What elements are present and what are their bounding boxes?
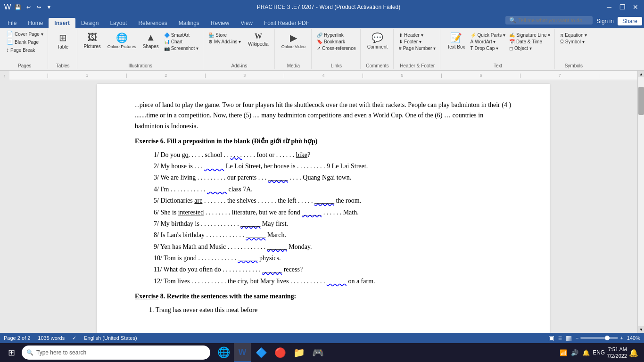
- tab-review[interactable]: Review: [205, 18, 235, 28]
- language-input-indicator[interactable]: ENG: [593, 349, 605, 356]
- save-button[interactable]: 💾: [14, 3, 22, 11]
- undo-button[interactable]: ↩: [25, 3, 32, 11]
- illustrations-group-label: Illustrations: [129, 63, 153, 68]
- hyperlink-button[interactable]: 🔗 Hyperlink: [315, 32, 357, 38]
- tab-design[interactable]: Design: [75, 18, 104, 28]
- taskbar-icon-opera[interactable]: 🔴: [272, 343, 289, 362]
- header-button[interactable]: ⬆ Header ▾: [397, 32, 437, 38]
- date-time-button[interactable]: 📅 Date & Time: [508, 39, 552, 45]
- my-addins-button[interactable]: ⚙ My Add-ins ▾: [207, 39, 242, 45]
- read-mode-icon[interactable]: ▣: [548, 334, 554, 342]
- taskbar-icon-explorer[interactable]: 📁: [290, 343, 307, 362]
- text-group-label: Text: [494, 63, 502, 68]
- exercise8-item1: 1. Trang has never eaten this meat befor…: [149, 305, 512, 315]
- tab-view[interactable]: View: [235, 18, 258, 28]
- header-icon: ⬆: [399, 33, 403, 38]
- scroll-thumb[interactable]: [638, 87, 644, 115]
- tab-mailings[interactable]: Mailings: [173, 18, 205, 28]
- word-app-icon: W: [4, 3, 11, 11]
- table-button[interactable]: ⊞ Table: [53, 30, 72, 51]
- cross-reference-button[interactable]: ↗ Cross-reference: [315, 45, 357, 51]
- taskbar-icon-edge[interactable]: 🌐: [215, 343, 232, 362]
- symbol-button[interactable]: Ω Symbol ▾: [559, 39, 588, 45]
- taskbar-icon-edge2[interactable]: 🔷: [253, 343, 270, 362]
- language-indicator[interactable]: English (United States): [84, 335, 137, 341]
- print-layout-icon[interactable]: ≡: [558, 334, 562, 342]
- wikipedia-button[interactable]: W Wikipedia: [245, 30, 271, 49]
- taskbar-search[interactable]: 🔍 Type here to search: [22, 346, 210, 360]
- spell-check-icon[interactable]: ✓: [72, 335, 76, 341]
- object-button[interactable]: ◻ Object ▾: [508, 45, 552, 51]
- action-center-icon[interactable]: 🔔: [581, 348, 591, 357]
- time-display: 7:51 AM: [607, 346, 627, 353]
- scrollbar-right[interactable]: ▲ ▼: [637, 71, 644, 333]
- scroll-up-button[interactable]: ▲: [638, 71, 644, 77]
- ribbon-group-pages: 📄 Cover Page ▾ 📃 Blank Page ↕ Page Break…: [2, 29, 48, 69]
- document-scroll[interactable]: ...piece of land to play the game. Two o…: [9, 80, 637, 333]
- share-button[interactable]: Share: [618, 17, 642, 25]
- list-item: 8/ Is Lan's birthday . . . . . . . . . .…: [154, 230, 512, 240]
- taskbar-icon-word[interactable]: W: [234, 343, 251, 362]
- tab-layout[interactable]: Layout: [104, 18, 132, 28]
- taskbar-search-placeholder: Type here to search: [36, 349, 86, 356]
- zoom-slider[interactable]: [580, 337, 618, 339]
- footer-button[interactable]: ⬇ Footer ▾: [397, 39, 437, 45]
- restore-button[interactable]: ❐: [618, 2, 627, 12]
- page-number-button[interactable]: # Page Number ▾: [397, 45, 437, 51]
- quick-parts-button[interactable]: ⚡ Quick Parts ▾: [469, 32, 507, 38]
- date-display: 7/2/2022: [607, 353, 627, 359]
- list-item: 12/ Tom lives . . . . . . . . . . . the …: [154, 276, 512, 287]
- tab-file[interactable]: File: [2, 18, 22, 28]
- tab-insert[interactable]: Insert: [49, 18, 75, 28]
- scroll-down-button[interactable]: ▼: [638, 326, 644, 333]
- zoom-out-button[interactable]: −: [576, 335, 578, 341]
- drop-cap-button[interactable]: T Drop Cap ▾: [469, 45, 507, 51]
- taskbar-icon-other[interactable]: 🎮: [309, 343, 326, 362]
- smartart-button[interactable]: 🔷 SmartArt: [163, 32, 200, 38]
- online-pictures-button[interactable]: 🌐 Online Pictures: [105, 30, 139, 51]
- customize-qat-button[interactable]: ▼: [45, 3, 53, 11]
- tab-foxit[interactable]: Foxit Reader PDF: [258, 18, 315, 28]
- online-video-button[interactable]: ▶ Online Video: [279, 30, 308, 51]
- start-button[interactable]: ⊞: [2, 343, 21, 362]
- list-item: 4/ I'm . . . . . . . . . . . ______ clas…: [154, 184, 512, 195]
- intro-paragraph: ...piece of land to play the game. Two o…: [135, 100, 512, 132]
- bookmark-button[interactable]: 🔖 Bookmark: [315, 39, 357, 45]
- blank-page-button[interactable]: 📃 Blank Page: [5, 38, 45, 46]
- tell-me-input[interactable]: [518, 17, 589, 23]
- title-bar-right: ─ ❐ ✕: [604, 2, 640, 12]
- title-bar-left: W 💾 ↩ ↪ ▼: [4, 3, 53, 11]
- chart-button[interactable]: 📊 Chart: [163, 39, 200, 45]
- minimize-button[interactable]: ─: [604, 2, 614, 12]
- drop-cap-icon: T: [471, 46, 473, 51]
- cover-page-button[interactable]: 📄 Cover Page ▾: [5, 30, 45, 38]
- redo-button[interactable]: ↪: [35, 3, 42, 11]
- word-count: 1035 words: [38, 335, 65, 341]
- signin-button[interactable]: Sign in: [596, 18, 614, 25]
- comment-button[interactable]: 💬 Comment: [364, 30, 390, 51]
- text-box-button[interactable]: 📝 Text Box: [444, 30, 468, 51]
- web-layout-icon[interactable]: ▦: [566, 334, 572, 342]
- scroll-track[interactable]: [638, 77, 644, 326]
- wordart-icon: A: [471, 39, 474, 44]
- pictures-button[interactable]: 🖼 Pictures: [81, 30, 104, 51]
- tab-home[interactable]: Home: [22, 18, 49, 28]
- store-icon: 🏪: [208, 33, 214, 38]
- page-break-button[interactable]: ↕ Page Break: [5, 46, 45, 54]
- taskbar-clock[interactable]: 7:51 AM 7/2/2022: [607, 346, 627, 360]
- taskbar: ⊞ 🔍 Type here to search 🌐 W 🔷 🔴 📁 🎮 📶 🔊 …: [0, 343, 644, 362]
- signature-line-button[interactable]: ✍ Signature Line ▾: [508, 32, 552, 38]
- wordart-button[interactable]: A WordArt ▾: [469, 39, 507, 45]
- volume-icon[interactable]: 🔊: [570, 348, 579, 357]
- network-icon[interactable]: 📶: [559, 348, 568, 357]
- equation-button[interactable]: π Equation ▾: [559, 32, 588, 38]
- screenshot-button[interactable]: 📷 Screenshot ▾: [163, 45, 200, 51]
- tab-references[interactable]: References: [132, 18, 173, 28]
- zoom-in-button[interactable]: +: [620, 335, 623, 341]
- notifications-icon[interactable]: 🔔: [629, 348, 638, 357]
- store-button[interactable]: 🏪 Store: [207, 32, 242, 38]
- hyperlink-icon: 🔗: [317, 33, 322, 38]
- online-pictures-icon: 🌐: [116, 32, 128, 43]
- shapes-button[interactable]: ▲ Shapes: [140, 30, 162, 51]
- close-button[interactable]: ✕: [631, 2, 640, 12]
